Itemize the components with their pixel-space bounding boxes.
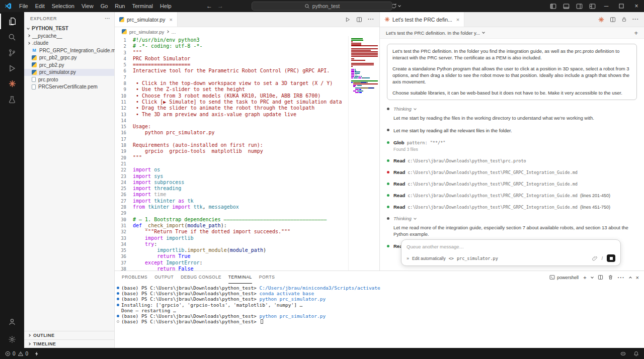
file-prc_pb2.py[interactable]: prc_pb2.py <box>24 61 114 69</box>
menu-file[interactable]: File <box>16 0 32 12</box>
chat-events: Thinking Let me start by reading the fil… <box>387 106 637 249</box>
code-editor[interactable]: 1#!/usr/bin/env python32# -*- coding: ut… <box>115 36 348 271</box>
panel-tab-ports[interactable]: PORTS <box>259 271 275 284</box>
toggle-sidebar-icon[interactable] <box>546 0 559 12</box>
close-panel-icon[interactable]: × <box>636 275 639 281</box>
python-file-icon <box>32 62 37 67</box>
close-tab-icon[interactable]: × <box>456 17 459 23</box>
sidebar-bottom: OUTLINETIMELINE <box>24 331 114 348</box>
minimize-button[interactable]: ─ <box>599 0 614 12</box>
breadcrumb[interactable]: prc_simulator.py … <box>115 27 379 36</box>
panel-tab-terminal[interactable]: TERMINAL <box>228 271 252 284</box>
more-actions-icon[interactable]: ··· <box>632 17 639 22</box>
customize-layout-icon[interactable] <box>586 0 599 12</box>
warning-icon <box>18 351 24 356</box>
vscode-window: FileEditSelectionViewGoRunTerminalHelp ←… <box>0 0 644 359</box>
activity-claude[interactable] <box>0 76 24 92</box>
terminal-instance[interactable]: powershell <box>549 275 579 280</box>
activity-explorer[interactable] <box>0 14 24 29</box>
file-label: PRC_GRPC_Integration_Guide.md <box>39 48 118 53</box>
activity-settings[interactable] <box>0 331 24 347</box>
menu-edit[interactable]: Edit <box>32 0 48 12</box>
tab-prc-simulator[interactable]: prc_simulator.py × <box>115 12 178 27</box>
split-editor-icon[interactable] <box>356 17 362 23</box>
nav-back-icon[interactable]: ← <box>206 3 212 10</box>
close-tab-icon[interactable]: × <box>169 17 172 23</box>
kill-terminal-icon[interactable] <box>608 275 613 280</box>
menu-run[interactable]: Run <box>111 0 128 12</box>
terminal-cursor <box>261 319 263 324</box>
python-file-icon <box>119 17 124 22</box>
session-title-row[interactable]: Let's test the PRC definition. In the fo… <box>380 27 644 39</box>
file-.claude[interactable]: .claude <box>24 40 114 47</box>
close-button[interactable]: × <box>629 0 644 12</box>
menu-view[interactable]: View <box>78 0 97 12</box>
section-outline[interactable]: OUTLINE <box>24 331 114 339</box>
activity-bar <box>0 12 24 348</box>
new-terminal-icon[interactable]: + <box>583 275 586 281</box>
panel-tab-debug-console[interactable]: DEBUG CONSOLE <box>181 271 221 284</box>
file-__pycache__[interactable]: __pycache__ <box>24 32 114 40</box>
file-PRCServerCertificate.pem[interactable]: PRCServerCertificate.pem <box>24 83 114 91</box>
activity-account[interactable] <box>0 314 24 329</box>
chat-event-text: Let me start by reading all the relevant… <box>387 127 637 134</box>
toggle-secondary-sidebar-icon[interactable] <box>573 0 586 12</box>
editor-group-code: prc_simulator.py × ··· prc_simulator.py <box>115 12 380 271</box>
menu-terminal[interactable]: Terminal <box>129 0 157 12</box>
panel-tab-problems[interactable]: PROBLEMS <box>122 271 147 284</box>
run-python-icon[interactable] <box>345 17 351 23</box>
menu-go[interactable]: Go <box>97 0 112 12</box>
stop-button[interactable] <box>607 254 615 262</box>
chat-event-tool: Readc:\Users\jbrau\Downloads\python_test… <box>387 193 637 198</box>
chat-event-tool: Readc:\Users\jbrau\Downloads\python_test… <box>387 181 637 187</box>
claude-icon <box>9 80 16 87</box>
copilot-icon[interactable] <box>620 351 626 356</box>
gear-icon <box>8 335 16 343</box>
queue-message-input[interactable]: Queue another message… <box>407 244 615 249</box>
chat-event-tool: Globpattern: "**/*"Found 3 files <box>387 140 637 152</box>
file-prc_pb2_grpc.py[interactable]: prc_pb2_grpc.py <box>24 54 114 62</box>
section-timeline[interactable]: TIMELINE <box>24 339 114 348</box>
problems-status[interactable]: 0 0 <box>5 351 28 356</box>
command-center-search[interactable]: python_test <box>252 2 392 11</box>
bell-icon[interactable] <box>633 351 639 356</box>
maximize-panel-icon[interactable] <box>629 276 631 279</box>
lock-icon[interactable] <box>621 17 627 22</box>
referenced-file[interactable]: prc_simulator.py <box>457 256 498 261</box>
toggle-panel-icon[interactable] <box>559 0 573 12</box>
minimap[interactable] <box>348 36 379 271</box>
menu-selection[interactable]: Selection <box>48 0 78 12</box>
terminal-panel: PROBLEMSOUTPUTDEBUG CONSOLETERMINALPORTS… <box>115 271 644 348</box>
file-PRC_GRPC_Integration_Guide.md[interactable]: MPRC_GRPC_Integration_Guide.md <box>24 47 114 54</box>
activity-search[interactable] <box>0 29 24 45</box>
user-message-card: Let's test the PRC definition. In the fo… <box>387 44 637 100</box>
workspace-root[interactable]: PYTHON_TEST <box>24 25 114 32</box>
explorer-more-actions-icon[interactable]: ··· <box>105 16 111 21</box>
edit-mode-label[interactable]: Edit automatically <box>412 256 446 261</box>
new-session-button[interactable]: + <box>634 29 638 37</box>
menu-help[interactable]: Help <box>156 0 175 12</box>
panel-tab-output[interactable]: OUTPUT <box>154 271 174 284</box>
attach-icon[interactable] <box>592 255 598 261</box>
claude-icon[interactable] <box>598 17 604 23</box>
chevron-down-icon[interactable] <box>591 277 593 278</box>
file-prc_simulator.py[interactable]: prc_simulator.py <box>24 69 114 76</box>
message-input-box: Queue another message… » Edit automatica… <box>401 239 621 266</box>
terminal-output[interactable]: (base) PS C:\Users\jbrau\Downloads\pytho… <box>115 284 644 348</box>
split-editor-icon[interactable] <box>610 17 616 23</box>
split-terminal-icon[interactable] <box>598 275 603 280</box>
nav-forward-icon[interactable]: → <box>217 3 223 10</box>
maximize-button[interactable] <box>614 0 629 12</box>
more-actions-icon[interactable]: ··· <box>618 275 625 281</box>
activity-testing[interactable] <box>0 92 24 107</box>
activity-run-debug[interactable] <box>0 60 24 76</box>
lightning-icon[interactable] <box>34 351 39 356</box>
tab-claude-session[interactable]: Let's test the PRC defin... × <box>380 12 464 27</box>
file-tree: __pycache__.claudeMPRC_GRPC_Integration_… <box>24 32 114 91</box>
activity-source-control[interactable] <box>0 45 24 60</box>
file-prc.proto[interactable]: prc.proto <box>24 76 114 83</box>
more-actions-icon[interactable]: ··· <box>368 17 374 22</box>
chat-conversation[interactable]: Let's test the PRC definition. In the fo… <box>380 39 644 271</box>
slash-command-icon[interactable]: / <box>602 256 603 261</box>
markdown-file-icon: M <box>32 48 37 53</box>
